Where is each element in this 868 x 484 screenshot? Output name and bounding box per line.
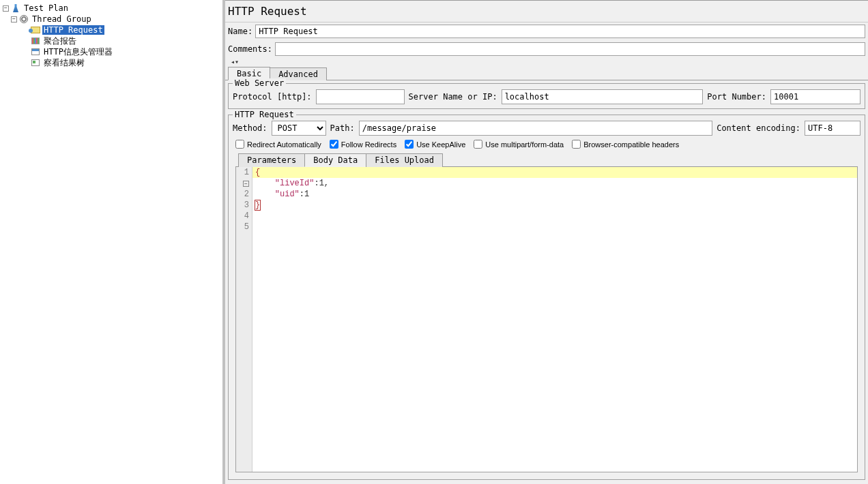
tree-toggle-icon[interactable]: − (3, 5, 9, 12)
tab-body-data[interactable]: Body Data (304, 153, 366, 167)
http-request-legend: HTTP Request (233, 110, 296, 119)
tree-header-manager[interactable]: HTTP信息头管理器 (0, 46, 222, 57)
tree-toggle-icon[interactable]: − (11, 16, 17, 22)
tree-label: HTTP信息头管理器 (42, 46, 114, 58)
webserver-legend: Web Server (233, 78, 286, 88)
browser-compat-checkbox[interactable]: Browser-compatible headers (572, 140, 679, 149)
method-select[interactable]: POST (272, 121, 326, 136)
tree-root-test-plan[interactable]: − Test Plan (0, 3, 222, 14)
comments-label: Comments: (228, 44, 272, 54)
tab-parameters[interactable]: Parameters (238, 153, 305, 167)
editor-content[interactable]: { "liveId":1, "uid":1} (252, 167, 857, 472)
results-tree-icon (30, 58, 41, 67)
comments-input[interactable] (275, 42, 865, 56)
protocol-label: Protocol [http]: (233, 92, 312, 102)
tree-http-request[interactable]: HTTP Request (0, 25, 222, 35)
path-label: Path: (330, 123, 355, 133)
tree-label: 察看结果树 (42, 57, 86, 69)
follow-redirects-checkbox[interactable]: Follow Redirects (330, 140, 396, 149)
tree-results-tree[interactable]: 察看结果树 (0, 57, 222, 68)
server-label: Server Name or IP: (409, 92, 497, 102)
panel-title: HTTP Request (225, 1, 868, 22)
tree-aggregate-report[interactable]: 聚合报告 (0, 35, 222, 46)
method-label: Method: (233, 123, 267, 133)
report-icon (30, 36, 41, 46)
redirect-auto-checkbox[interactable]: Redirect Automatically (235, 140, 321, 149)
name-label: Name: (228, 27, 252, 36)
gear-icon (18, 14, 29, 24)
body-data-editor[interactable]: 1− 2 3 4 5 { "liveId":1, "uid":1} (235, 167, 858, 472)
protocol-input[interactable] (316, 89, 405, 104)
fold-icon[interactable]: − (243, 181, 249, 187)
server-input[interactable] (502, 89, 704, 104)
multipart-checkbox[interactable]: Use multipart/form-data (474, 140, 564, 149)
webserver-fieldset: Web Server Protocol [http]: Server Name … (228, 83, 865, 109)
tree-thread-group[interactable]: − Thread Group (0, 14, 222, 25)
tab-bar: Basic Advanced (225, 66, 868, 80)
keepalive-checkbox[interactable]: Use KeepAlive (405, 140, 465, 149)
header-manager-icon (30, 47, 41, 57)
name-input[interactable] (255, 25, 865, 38)
tree-label: HTTP Request (42, 25, 104, 35)
http-sampler-icon (30, 25, 41, 35)
body-tab-bar: Parameters Body Data Files Upload (235, 153, 858, 167)
encoding-input[interactable] (805, 121, 860, 136)
tab-files-upload[interactable]: Files Upload (366, 153, 443, 167)
main-panel: HTTP Request Name: Comments: ◂▾ Basic Ad… (225, 0, 868, 484)
http-request-fieldset: HTTP Request Method: POST Path: Content … (228, 115, 865, 480)
tab-scroll-left-icon[interactable]: ◂▾ (231, 58, 239, 65)
tree-label: 聚合报告 (42, 35, 78, 47)
flask-icon (10, 3, 21, 13)
tree-label: Thread Group (31, 14, 93, 24)
editor-gutter: 1− 2 3 4 5 (236, 167, 252, 472)
port-input[interactable] (770, 89, 860, 104)
path-input[interactable] (359, 121, 712, 136)
tree-label: Test Plan (23, 3, 70, 13)
encoding-label: Content encoding: (717, 123, 800, 133)
tree-panel: − Test Plan − Thread Group HTTP Request … (0, 0, 225, 484)
port-label: Port Number: (707, 92, 766, 102)
